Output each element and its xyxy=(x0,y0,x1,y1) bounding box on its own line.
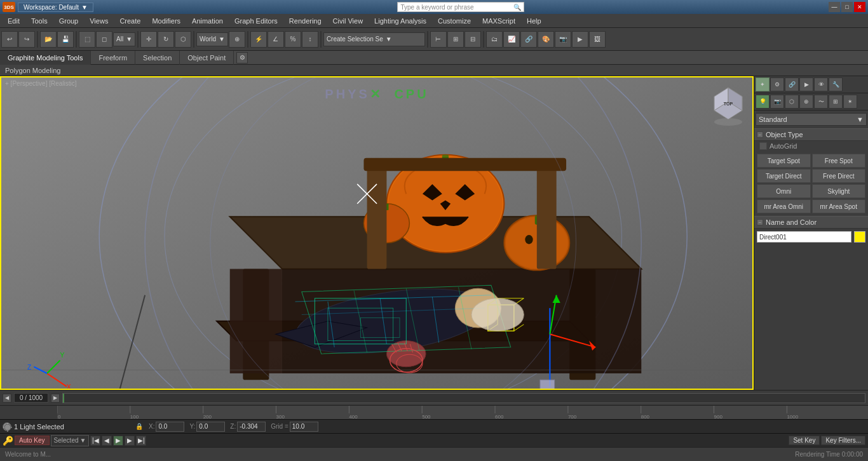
mirror-button[interactable]: ⊢ xyxy=(430,31,447,48)
menu-lighting-analysis[interactable]: Lighting Analysis xyxy=(369,16,431,26)
timeline-ruler[interactable]: 0 100 200 300 400 500 600 700 800 900 10… xyxy=(0,405,868,419)
save-button[interactable]: 💾 xyxy=(57,31,74,48)
material-editor-button[interactable]: 🎨 xyxy=(538,31,554,48)
collapse-name-color[interactable]: − xyxy=(757,219,763,225)
create-panel-button[interactable]: ✦ xyxy=(756,77,770,91)
minimize-button[interactable]: — xyxy=(829,2,840,12)
name-color-title: Name and Color xyxy=(766,218,817,226)
snap-toggle-button[interactable]: ⚡ xyxy=(250,31,267,48)
menu-animation[interactable]: Animation xyxy=(187,16,228,26)
prev-frame-button[interactable]: ◀ xyxy=(102,436,112,446)
timeline-track[interactable] xyxy=(62,393,865,403)
select-rotate-button[interactable]: ↻ xyxy=(158,31,174,48)
autogrid-checkbox[interactable] xyxy=(759,142,767,150)
undo-button[interactable]: ↩ xyxy=(1,31,18,48)
curve-editor-button[interactable]: 📈 xyxy=(503,31,520,48)
search-input[interactable]: Type a keyword or phrase 🔍 xyxy=(397,2,524,12)
navcube[interactable]: TOP xyxy=(709,83,747,128)
menu-modifiers[interactable]: Modifiers xyxy=(147,16,186,26)
menu-rendering[interactable]: Rendering xyxy=(284,16,327,26)
standard-dropdown[interactable]: Standard ▼ xyxy=(756,113,867,126)
close-button[interactable]: ✕ xyxy=(854,2,865,12)
redo-button[interactable]: ↪ xyxy=(18,31,35,48)
display-panel-button[interactable]: 👁 xyxy=(814,77,828,91)
filter-dropdown[interactable]: All▼ xyxy=(113,32,135,46)
menu-views[interactable]: Views xyxy=(85,16,113,26)
x-value[interactable]: 0.0 xyxy=(156,422,184,432)
dynamics-category-button[interactable]: ⊞ xyxy=(829,95,843,109)
align-button[interactable]: ⊟ xyxy=(465,31,481,48)
next-frame-button[interactable]: ▶ xyxy=(125,436,135,446)
pivot-button[interactable]: ⊕ xyxy=(229,31,245,48)
name-color-section-header[interactable]: − Name and Color xyxy=(754,216,868,229)
color-swatch[interactable] xyxy=(854,231,865,243)
select-move-button[interactable]: ✛ xyxy=(140,31,157,48)
tab-freeform[interactable]: Freeform xyxy=(91,51,135,65)
goto-end-button[interactable]: ▶| xyxy=(136,436,146,446)
layer-manager-button[interactable]: 🗂 xyxy=(486,31,503,48)
cameras-category-button[interactable]: 📷 xyxy=(770,95,784,109)
collapse-object-type[interactable]: − xyxy=(757,131,763,138)
selected-dropdown[interactable]: Selected ▼ xyxy=(51,435,90,446)
menu-help[interactable]: Help xyxy=(522,16,546,26)
spinner-snap-button[interactable]: ↕ xyxy=(302,31,318,48)
timeline-next-button[interactable]: ▶ xyxy=(51,394,60,403)
goto-start-button[interactable]: |◀ xyxy=(90,436,100,446)
timeline-prev-button[interactable]: ◀ xyxy=(3,394,11,403)
angle-snap-button[interactable]: ∠ xyxy=(268,31,284,48)
hierarchy-panel-button[interactable]: 🔗 xyxy=(785,77,799,91)
set-key-button[interactable]: Set Key xyxy=(789,436,820,445)
lock-icon[interactable]: 🔒 xyxy=(135,422,144,431)
menu-civil-view[interactable]: Civil View xyxy=(328,16,368,26)
helpers-category-button[interactable]: ⊕ xyxy=(799,95,813,109)
percent-snap-button[interactable]: % xyxy=(285,31,301,48)
select-scale-button[interactable]: ⬡ xyxy=(175,31,191,48)
target-direct-button[interactable]: Target Direct xyxy=(757,169,811,183)
object-type-section-header[interactable]: − Object Type xyxy=(754,128,868,141)
maximize-button[interactable]: □ xyxy=(841,2,853,12)
menu-group[interactable]: Group xyxy=(54,16,84,26)
render-frame-button[interactable]: 🖼 xyxy=(589,31,606,48)
graphite-settings-button[interactable]: ⚙ xyxy=(236,52,248,63)
splines-category-button[interactable]: 〜 xyxy=(814,95,828,109)
motion-panel-button[interactable]: ▶ xyxy=(799,77,813,91)
array-button[interactable]: ⊞ xyxy=(447,31,464,48)
menu-edit[interactable]: Edit xyxy=(3,16,25,26)
select-region-button[interactable]: ◻ xyxy=(96,31,112,48)
auto-key-button[interactable]: Auto Key xyxy=(15,436,50,445)
menu-maxscript[interactable]: MAXScript xyxy=(477,16,520,26)
viewport[interactable]: X Y Z + [Perspective] [Realistic] PHYS✕ … xyxy=(0,76,754,390)
play-button[interactable]: ▶ xyxy=(113,436,123,446)
skylight-button[interactable]: Skylight xyxy=(812,184,866,198)
tab-object-paint[interactable]: Object Paint xyxy=(180,51,234,65)
utilities-panel-button[interactable]: 🔧 xyxy=(829,77,843,91)
free-direct-button[interactable]: Free Direct xyxy=(812,169,866,183)
menu-create[interactable]: Create xyxy=(114,16,146,26)
name-input[interactable] xyxy=(757,231,851,243)
lights-category-button[interactable]: 💡 xyxy=(756,95,770,109)
open-button[interactable]: 📂 xyxy=(40,31,57,48)
geometry-category-button[interactable]: ⬡ xyxy=(785,95,799,109)
effects-category-button[interactable]: ✶ xyxy=(843,95,857,109)
free-spot-button[interactable]: Free Spot xyxy=(812,154,866,168)
ref-coord-dropdown[interactable]: World▼ xyxy=(196,32,228,46)
mr-area-omni-button[interactable]: mr Area Omni xyxy=(757,199,811,213)
named-selection-dropdown[interactable]: Create Selection Se▼ xyxy=(323,32,425,46)
menu-customize[interactable]: Customize xyxy=(433,16,476,26)
y-value[interactable]: 0.0 xyxy=(196,422,225,432)
render-button[interactable]: ▶ xyxy=(572,31,588,48)
key-filters-button[interactable]: Key Filters... xyxy=(821,436,865,445)
menu-tools[interactable]: Tools xyxy=(26,16,53,26)
render-setup-button[interactable]: 📷 xyxy=(555,31,571,48)
workspace-button[interactable]: Workspace: Default ▼ xyxy=(18,3,93,12)
target-spot-button[interactable]: Target Spot xyxy=(757,154,811,168)
select-button[interactable]: ⬚ xyxy=(79,31,95,48)
tab-selection[interactable]: Selection xyxy=(135,51,180,65)
menu-graph-editors[interactable]: Graph Editors xyxy=(229,16,283,26)
modify-panel-button[interactable]: ⚙ xyxy=(770,77,784,91)
schematic-view-button[interactable]: 🔗 xyxy=(520,31,537,48)
tab-graphite-modeling-tools[interactable]: Graphite Modeling Tools xyxy=(0,51,91,65)
z-value[interactable]: -0.304 xyxy=(237,422,266,432)
omni-button[interactable]: Omni xyxy=(757,184,811,198)
mr-area-spot-button[interactable]: mr Area Spot xyxy=(812,199,866,213)
